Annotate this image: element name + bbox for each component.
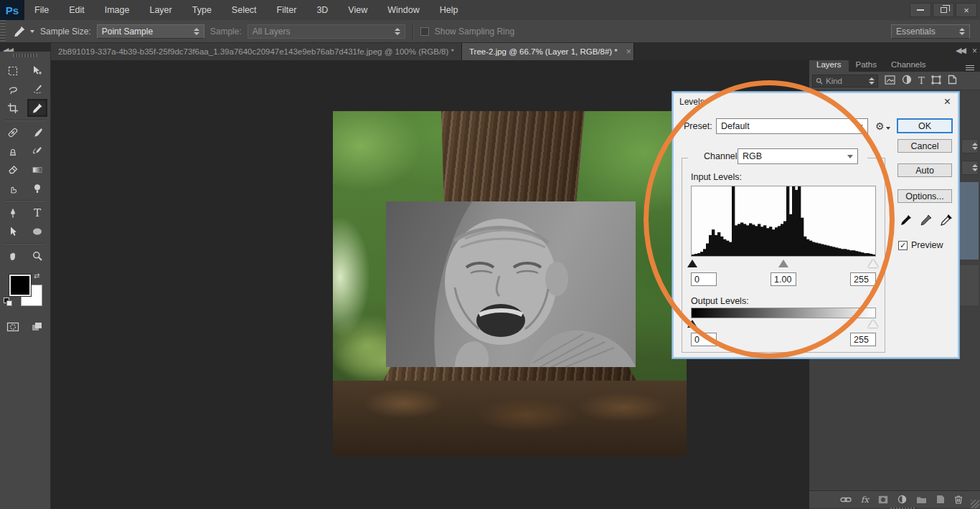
sample-white-point-eyedropper[interactable] xyxy=(940,214,954,228)
dodge-tool[interactable] xyxy=(27,179,47,197)
foreground-color-swatch[interactable] xyxy=(9,275,31,296)
input-highlight-slider[interactable] xyxy=(868,260,878,267)
panel-menu-icon[interactable] xyxy=(960,59,980,72)
link-layers-icon[interactable] xyxy=(840,496,852,503)
filter-kind-select[interactable]: Kind xyxy=(812,75,878,87)
close-panel-icon[interactable]: × xyxy=(972,46,977,56)
grayscale-portrait-layer[interactable] xyxy=(386,201,636,367)
preset-select[interactable]: Default xyxy=(716,118,868,134)
smudge-tool[interactable] xyxy=(3,179,23,197)
crop-tool[interactable] xyxy=(3,99,23,117)
gradient-tool[interactable] xyxy=(27,161,47,179)
layer-effects-fx-icon[interactable]: fx xyxy=(861,495,869,505)
menu-select[interactable]: Select xyxy=(222,0,267,20)
document-tab-active[interactable]: Tree-2.jpg @ 66.7% (Layer 1, RGB/8#) * × xyxy=(462,43,634,60)
new-layer-icon[interactable] xyxy=(936,495,945,504)
levels-histogram[interactable] xyxy=(691,186,876,257)
opacity-combo-arrow[interactable] xyxy=(961,139,979,153)
tab-paths[interactable]: Paths xyxy=(849,59,884,72)
eyedropper-tool[interactable] xyxy=(27,99,47,117)
smart-object-filter-icon[interactable] xyxy=(948,75,957,87)
new-adjustment-layer-icon[interactable] xyxy=(897,495,907,504)
default-colors-icon[interactable] xyxy=(4,298,12,306)
tools-panel-grip[interactable] xyxy=(13,54,37,57)
switch-colors-icon[interactable]: ⇄ xyxy=(34,272,39,280)
lasso-tool[interactable] xyxy=(3,80,23,98)
output-highlight-slider[interactable] xyxy=(868,320,878,328)
sample-size-select[interactable]: Point Sample xyxy=(97,24,204,39)
menu-layer[interactable]: Layer xyxy=(139,0,182,20)
pen-tool[interactable] xyxy=(3,204,23,222)
output-shadow-slider[interactable] xyxy=(687,320,697,328)
fill-combo-arrow[interactable] xyxy=(961,161,979,175)
close-button[interactable]: × xyxy=(956,3,977,17)
tool-preset-arrow-icon[interactable] xyxy=(30,30,34,33)
ellipse-shape-tool[interactable] xyxy=(27,222,47,240)
zoom-tool[interactable] xyxy=(27,247,47,265)
document-image[interactable] xyxy=(333,111,687,457)
options-button[interactable]: Options... xyxy=(897,189,952,203)
eraser-tool[interactable] xyxy=(3,161,23,179)
input-highlight-field[interactable]: 255 xyxy=(850,272,876,286)
dialog-close-icon[interactable]: × xyxy=(944,95,951,108)
selected-layer-row-edge[interactable] xyxy=(960,182,979,260)
minimize-button[interactable] xyxy=(910,3,931,17)
show-sampling-ring-checkbox[interactable] xyxy=(420,27,429,36)
menu-help[interactable]: Help xyxy=(430,0,468,20)
output-highlight-field[interactable]: 255 xyxy=(850,333,876,346)
collapse-panels-icon[interactable]: ◀◀ xyxy=(956,46,965,56)
channel-select[interactable]: RGB xyxy=(738,148,858,164)
menu-type[interactable]: Type xyxy=(182,0,222,20)
adjustment-layer-filter-icon[interactable] xyxy=(902,75,912,87)
menu-image[interactable]: Image xyxy=(95,0,140,20)
input-midtone-slider[interactable] xyxy=(778,260,788,267)
sample-gray-point-eyedropper[interactable] xyxy=(920,214,934,228)
screen-mode-button[interactable] xyxy=(27,318,47,336)
menu-3d[interactable]: 3D xyxy=(306,0,338,20)
shape-layer-filter-icon[interactable] xyxy=(931,75,941,87)
type-tool[interactable]: T xyxy=(27,204,47,222)
rectangular-marquee-tool[interactable] xyxy=(3,62,23,80)
preview-option[interactable]: ✓ Preview xyxy=(898,240,943,250)
sample-black-point-eyedropper[interactable] xyxy=(900,214,914,228)
pixel-layer-filter-icon[interactable] xyxy=(885,75,895,87)
menu-edit[interactable]: Edit xyxy=(59,0,95,20)
type-layer-filter-icon[interactable]: T xyxy=(918,75,925,86)
close-tab-icon[interactable]: × xyxy=(626,47,631,57)
document-tab-inactive[interactable]: 2b891019-337a-4b39-b35f-25f9dc73f6aa_1.3… xyxy=(51,43,462,60)
input-shadow-slider[interactable] xyxy=(687,260,697,267)
menu-window[interactable]: Window xyxy=(377,0,429,20)
tab-layers[interactable]: Layers xyxy=(809,59,849,72)
menu-view[interactable]: View xyxy=(338,0,377,20)
move-tool[interactable] xyxy=(27,62,47,80)
input-shadow-field[interactable]: 0 xyxy=(691,272,717,286)
spot-healing-brush-tool[interactable] xyxy=(3,123,23,141)
quick-selection-tool[interactable] xyxy=(27,80,47,98)
brush-tool[interactable] xyxy=(27,123,47,141)
hand-tool[interactable] xyxy=(3,247,23,265)
add-layer-mask-icon[interactable] xyxy=(878,495,888,504)
ok-button[interactable]: OK xyxy=(897,119,952,133)
auto-button[interactable]: Auto xyxy=(897,163,952,177)
menu-filter[interactable]: Filter xyxy=(267,0,307,20)
history-brush-tool[interactable] xyxy=(27,142,47,160)
preset-options-gear-icon[interactable]: ⚙ xyxy=(875,120,890,132)
workspace-select[interactable]: Essentials xyxy=(891,24,970,39)
quick-mask-mode-button[interactable] xyxy=(3,318,23,336)
preview-checkbox[interactable]: ✓ xyxy=(898,241,908,250)
input-midtone-field[interactable]: 1.00 xyxy=(771,272,796,286)
menu-file[interactable]: File xyxy=(24,0,59,20)
cancel-button[interactable]: Cancel xyxy=(897,139,952,153)
panel-resize-grip[interactable] xyxy=(971,500,979,508)
layer-row-edge[interactable] xyxy=(960,265,979,305)
path-selection-tool[interactable] xyxy=(3,222,23,240)
clone-stamp-tool[interactable] xyxy=(3,142,23,160)
eyedropper-tool-icon[interactable] xyxy=(11,24,27,39)
restore-button[interactable] xyxy=(933,3,954,17)
tab-channels[interactable]: Channels xyxy=(884,59,933,72)
options-bar-grip[interactable] xyxy=(0,20,6,42)
levels-dialog[interactable]: Levels × Preset: Default ⚙ OK Cancel Aut… xyxy=(672,92,959,358)
new-group-icon[interactable] xyxy=(916,495,927,504)
sample-select[interactable]: All Layers xyxy=(248,24,405,39)
output-shadow-field[interactable]: 0 xyxy=(691,333,717,346)
